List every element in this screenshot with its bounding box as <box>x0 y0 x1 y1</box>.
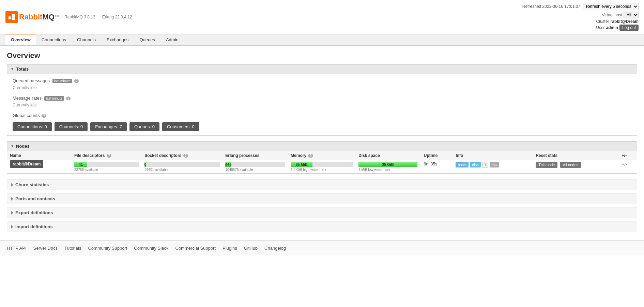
queued-messages-help[interactable]: ? <box>74 79 79 83</box>
nodes-body: Name File descriptors ? Socket descripto… <box>7 151 637 174</box>
uptime-cell: 9m 35s <box>421 160 453 173</box>
cluster-label: Cluster <box>596 19 609 24</box>
erlang-proc-bar-inner: 446 <box>225 162 231 167</box>
refresh-select[interactable]: Refresh every 5 seconds <box>583 3 639 10</box>
footer-link-http-api[interactable]: HTTP API <box>7 246 27 251</box>
erlang-version: Erlang 22.3.4.12 <box>102 15 132 19</box>
message-rates-badge: last minute <box>44 96 64 101</box>
virtual-host-select[interactable]: All <box>624 12 639 18</box>
queues-count-button[interactable]: Queues: 0 <box>129 122 159 131</box>
nav-item-connections[interactable]: Connections <box>36 34 72 45</box>
reset-stats-cell: This node All nodes <box>533 160 619 173</box>
socket-desc-bar: 0 <box>144 162 220 167</box>
nodes-label: Nodes <box>16 144 30 149</box>
reset-all-nodes-button[interactable]: All nodes <box>560 162 581 168</box>
global-counts-help[interactable]: ? <box>42 114 46 118</box>
footer-link-community-support[interactable]: Community Support <box>88 246 127 251</box>
badge-disc: disc <box>470 162 481 167</box>
currently-idle-2: Currently idle <box>13 102 631 110</box>
channels-count-button[interactable]: Channels: 0 <box>55 122 88 131</box>
virtual-host-label: Virtual host <box>602 13 622 17</box>
reset-this-node-button[interactable]: This node <box>536 162 557 168</box>
nav-item-exchanges[interactable]: Exchanges <box>101 34 134 45</box>
message-rates-help[interactable]: ? <box>66 97 71 100</box>
nav-item-admin[interactable]: Admin <box>160 34 184 45</box>
node-name[interactable]: rabbit@Dream <box>10 160 43 168</box>
import-definitions-header[interactable]: Import definitions <box>7 221 637 232</box>
col-file-desc: File descriptors ? <box>72 151 142 160</box>
col-name: Name <box>7 151 72 160</box>
erlang-proc-bar: 446 <box>225 162 285 167</box>
churn-statistics-header[interactable]: Churn statistics <box>7 179 637 190</box>
footer: HTTP API Server Docs Tutorials Community… <box>0 240 644 255</box>
nodes-header[interactable]: ▼ Nodes <box>7 141 637 151</box>
footer-link-changelog[interactable]: Changelog <box>264 246 286 251</box>
footer-link-plugins[interactable]: Plugins <box>223 246 237 251</box>
exchanges-count-button[interactable]: Exchanges: 7 <box>90 122 127 131</box>
memory-sub: 3.0 GiB high watermark <box>291 168 353 172</box>
badge-rss: rss <box>490 162 499 167</box>
footer-link-community-slack[interactable]: Community Slack <box>134 246 168 251</box>
file-desc-sub: 32768 available <box>74 168 139 172</box>
col-reset-stats: Reset stats <box>533 151 619 160</box>
totals-header[interactable]: ▼ Totals <box>7 64 637 74</box>
disk-bar-inner: 35 GiB <box>358 162 417 167</box>
col-socket-desc: Socket descriptors ? <box>142 151 223 160</box>
memory-bar: 85 MiB <box>291 162 353 167</box>
ports-contexts-header[interactable]: Ports and contexts <box>7 193 637 204</box>
navigation: Overview Connections Channels Exchanges … <box>0 34 644 46</box>
erlang-proc-sub: 1048576 available <box>225 168 285 172</box>
queued-messages-row: Queued messages last minute ? Currently … <box>13 78 631 93</box>
col-info: Info <box>453 151 533 160</box>
nodes-arrow: ▼ <box>11 144 14 148</box>
info-cell: basic disc 1 rss <box>453 160 533 173</box>
page-title: Overview <box>7 51 637 60</box>
currently-idle-1: Currently idle <box>13 85 631 93</box>
connections-count-button[interactable]: Connections: 0 <box>13 122 52 131</box>
footer-link-github[interactable]: GitHub <box>244 246 258 251</box>
socket-desc-sub: 29401 available <box>144 168 220 172</box>
nav-item-queues[interactable]: Queues <box>134 34 160 45</box>
global-counts-label: Global counts <box>13 113 40 118</box>
memory-cell: 85 MiB 3.0 GiB high watermark <box>288 160 356 173</box>
file-desc-help[interactable]: ? <box>107 154 111 158</box>
nav-item-overview[interactable]: Overview <box>5 34 36 45</box>
ports-contexts-section: Ports and contexts <box>7 193 637 204</box>
global-counts-row: Global counts ? <box>13 113 631 118</box>
disk-space-cell: 35 GiB 8 MiB low watermark <box>356 160 421 173</box>
nodes-section: ▼ Nodes Name File descriptors ? Socket d… <box>7 141 637 174</box>
export-definitions-header[interactable]: Export definitions <box>7 207 637 218</box>
file-desc-bar: 41 <box>74 162 139 167</box>
disk-sub: 8 MiB low watermark <box>358 168 418 172</box>
file-desc-bar-inner: 41 <box>74 162 87 167</box>
memory-help[interactable]: ? <box>308 154 313 158</box>
main-content: Overview ▼ Totals Queued messages last m… <box>0 46 644 240</box>
refresh-timestamp: Refreshed 2023-06-16 17:01:07 <box>522 4 580 9</box>
plus-minus-icon[interactable]: +/- <box>622 162 627 167</box>
socket-desc-help[interactable]: ? <box>183 154 188 158</box>
churn-arrow <box>11 183 13 187</box>
file-desc-cell: 41 32768 available <box>72 160 142 173</box>
col-memory: Memory ? <box>288 151 356 160</box>
nav-item-channels[interactable]: Channels <box>72 34 101 45</box>
svg-rect-1 <box>12 14 15 17</box>
logo: RabbitMQTM RabbitMQ 3.8.13 Erlang 22.3.4… <box>5 11 132 23</box>
col-erlang-proc: Erlang processes <box>223 151 288 160</box>
cluster-value: rabbit@Dream <box>611 19 639 24</box>
logo-icon <box>5 11 18 23</box>
footer-link-tutorials[interactable]: Tutorials <box>64 246 81 251</box>
footer-link-commercial-support[interactable]: Commercial Support <box>175 246 216 251</box>
table-row: rabbit@Dream 41 32768 available 0 29401 … <box>7 160 637 173</box>
rabbitmq-version: RabbitMQ 3.8.13 <box>64 15 95 19</box>
footer-link-server-docs[interactable]: Server Docs <box>33 246 58 251</box>
consumers-count-button[interactable]: Consumers: 0 <box>162 122 199 131</box>
logout-button[interactable]: Log out <box>619 25 639 31</box>
export-definitions-label: Export definitions <box>15 210 53 215</box>
erlang-proc-cell: 446 1048576 available <box>223 160 288 173</box>
nodes-table: Name File descriptors ? Socket descripto… <box>7 151 637 173</box>
ports-arrow <box>11 197 13 201</box>
disk-bar: 35 GiB <box>358 162 418 167</box>
col-plus-minus: +/- <box>619 151 637 160</box>
plus-minus-cell: +/- <box>619 160 637 173</box>
logo-text: RabbitMQTM <box>19 13 59 21</box>
